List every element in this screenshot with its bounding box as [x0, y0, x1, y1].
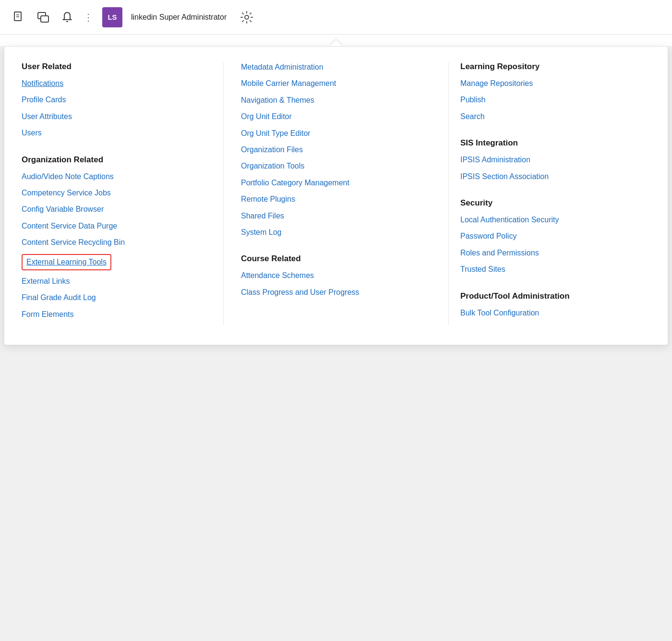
link-remote-plugins[interactable]: Remote Plugins [241, 194, 431, 205]
link-competency-service-jobs[interactable]: Competency Service Jobs [22, 188, 212, 198]
section-user-related-title: User Related [22, 62, 212, 72]
link-manage-repositories[interactable]: Manage Repositories [460, 78, 650, 89]
bell-icon[interactable] [60, 10, 75, 25]
link-config-variable-browser[interactable]: Config Variable Browser [22, 204, 212, 215]
link-content-service-recycling-bin[interactable]: Content Service Recycling Bin [22, 237, 212, 248]
link-profile-cards[interactable]: Profile Cards [22, 95, 212, 105]
dropdown-panel: User Related Notifications Profile Cards… [4, 46, 668, 345]
svg-point-7 [245, 15, 249, 19]
more-options-icon[interactable]: ⋮ [84, 12, 94, 23]
link-ipsis-section-association[interactable]: IPSIS Section Association [460, 171, 650, 182]
col-right: Learning Repository Manage Repositories … [449, 62, 650, 326]
link-search[interactable]: Search [460, 111, 650, 122]
link-ipsis-administration[interactable]: IPSIS Administration [460, 155, 650, 165]
link-user-attributes[interactable]: User Attributes [22, 111, 212, 122]
link-publish[interactable]: Publish [460, 95, 650, 105]
caret-up-icon [330, 39, 342, 46]
chat-icon[interactable] [36, 10, 51, 25]
section-product-tool-admin-title: Product/Tool Administration [460, 291, 650, 301]
section-org-related-title: Organization Related [22, 155, 212, 165]
avatar[interactable]: LS [102, 7, 122, 27]
link-mobile-carrier-management[interactable]: Mobile Carrier Management [241, 78, 431, 89]
link-metadata-administration[interactable]: Metadata Administration [241, 62, 431, 73]
link-organization-tools[interactable]: Organization Tools [241, 161, 431, 171]
link-external-links[interactable]: External Links [22, 276, 212, 287]
link-attendance-schemes[interactable]: Attendance Schemes [241, 270, 431, 281]
username-label: linkedin Super Administrator [131, 13, 227, 22]
section-course-related-title: Course Related [241, 254, 431, 264]
link-roles-and-permissions[interactable]: Roles and Permissions [460, 248, 650, 258]
topbar: ⋮ LS linkedin Super Administrator [0, 0, 672, 35]
link-trusted-sites[interactable]: Trusted Sites [460, 264, 650, 275]
dropdown-caret-area [0, 35, 672, 46]
link-shared-files[interactable]: Shared Files [241, 211, 431, 221]
section-security-title: Security [460, 198, 650, 208]
link-final-grade-audit-log[interactable]: Final Grade Audit Log [22, 292, 212, 303]
link-bulk-tool-configuration[interactable]: Bulk Tool Configuration [460, 308, 650, 318]
section-learning-repository-title: Learning Repository [460, 62, 650, 72]
link-portfolio-category-management[interactable]: Portfolio Category Management [241, 178, 431, 188]
link-org-unit-type-editor[interactable]: Org Unit Type Editor [241, 128, 431, 139]
document-icon[interactable] [12, 10, 27, 25]
svg-rect-4 [41, 16, 48, 22]
link-class-progress-user-progress[interactable]: Class Progress and User Progress [241, 287, 431, 298]
link-external-learning-tools[interactable]: External Learning Tools [22, 254, 111, 270]
link-notifications[interactable]: Notifications [22, 78, 212, 89]
section-sis-integration-title: SIS Integration [460, 138, 650, 148]
link-users[interactable]: Users [22, 128, 212, 138]
link-navigation-themes[interactable]: Navigation & Themes [241, 95, 431, 106]
link-system-log[interactable]: System Log [241, 227, 431, 238]
link-password-policy[interactable]: Password Policy [460, 231, 650, 242]
link-audio-video[interactable]: Audio/Video Note Captions [22, 171, 212, 182]
link-content-service-data-purge[interactable]: Content Service Data Purge [22, 221, 212, 231]
col-middle: Metadata Administration Mobile Carrier M… [223, 62, 449, 326]
svg-rect-0 [14, 12, 21, 21]
col-user-related: User Related Notifications Profile Cards… [22, 62, 223, 326]
settings-gear-icon[interactable] [239, 10, 254, 25]
link-organization-files[interactable]: Organization Files [241, 145, 431, 155]
link-form-elements[interactable]: Form Elements [22, 309, 212, 320]
link-org-unit-editor[interactable]: Org Unit Editor [241, 111, 431, 122]
link-local-authentication-security[interactable]: Local Authentication Security [460, 215, 650, 225]
